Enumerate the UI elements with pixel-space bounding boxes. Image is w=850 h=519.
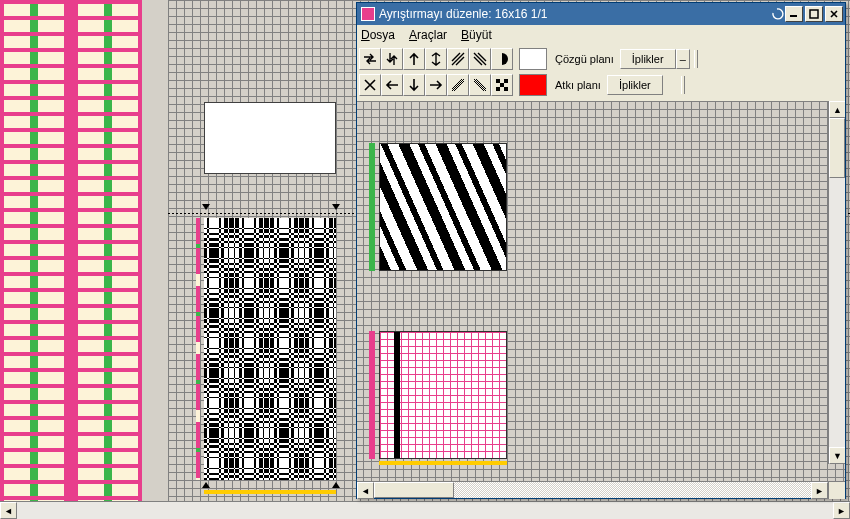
pattern-diag3-icon[interactable] — [447, 74, 469, 96]
menu-file[interactable]: Dosya — [361, 28, 395, 42]
editor-scroll-h-thumb[interactable] — [374, 482, 454, 498]
weave-preview — [0, 0, 168, 501]
v-stretch-icon[interactable] — [425, 48, 447, 70]
scroll-left-button[interactable]: ◄ — [0, 502, 17, 519]
svg-rect-1 — [810, 10, 818, 18]
editor-scroll-v-track[interactable] — [829, 118, 845, 447]
weft-indicator — [369, 331, 375, 459]
spiral-icon — [769, 7, 785, 21]
menu-zoom[interactable]: Büyüt — [461, 28, 492, 42]
weft-swatch[interactable] — [519, 74, 547, 96]
cross-icon[interactable] — [359, 74, 381, 96]
color-plan-block[interactable] — [379, 331, 507, 459]
weft-label: Atkı planı — [555, 79, 601, 91]
window-title: Ayrıştırmayı düzenle: 16x16 1/1 — [379, 7, 769, 21]
warp-color-bar — [204, 490, 336, 494]
warp-selection-strip — [379, 461, 507, 465]
threading-blank-block[interactable] — [204, 102, 336, 174]
editor-canvas[interactable]: ▲ ▼ — [357, 101, 845, 481]
svg-rect-4 — [500, 83, 504, 87]
editor-scroll-up-button[interactable]: ▲ — [829, 101, 845, 118]
marker-down-right — [332, 204, 340, 210]
swap-h-icon[interactable] — [359, 48, 381, 70]
svg-rect-5 — [496, 87, 500, 91]
warp-indicator — [369, 143, 375, 271]
weft-threads-button[interactable]: İplikler — [607, 75, 663, 95]
app-icon — [361, 7, 375, 21]
titlebar[interactable]: Ayrıştırmayı düzenle: 16x16 1/1 — [357, 3, 845, 25]
arrow-right-icon[interactable] — [425, 74, 447, 96]
menubar[interactable]: Dosya Araçlar Büyüt — [357, 25, 845, 45]
maximize-button[interactable] — [805, 6, 823, 22]
editor-scroll-v[interactable]: ▲ ▼ — [828, 101, 845, 464]
checker-icon[interactable] — [491, 74, 513, 96]
toolbar-gripper-2[interactable] — [681, 76, 685, 94]
svg-rect-2 — [496, 79, 500, 83]
scroll-right-button[interactable]: ► — [833, 502, 850, 519]
svg-rect-0 — [790, 15, 797, 17]
toolbar: Çözgü planı İplikler – — [357, 45, 845, 101]
drawdown-block[interactable] — [204, 218, 336, 480]
editor-scroll-left-button[interactable]: ◄ — [357, 482, 374, 499]
toolbar-row-warp: Çözgü planı İplikler – — [359, 47, 843, 71]
warp-swatch[interactable] — [519, 48, 547, 70]
pattern-diag1-icon[interactable] — [447, 48, 469, 70]
toolbar-gripper-1[interactable] — [694, 50, 698, 68]
menu-tools[interactable]: Araçlar — [409, 28, 447, 42]
minimize-button[interactable] — [785, 6, 803, 22]
weft-color-bar — [196, 218, 200, 480]
svg-rect-3 — [504, 79, 508, 83]
swap-v-icon[interactable] — [381, 48, 403, 70]
arrow-left-icon[interactable] — [381, 74, 403, 96]
scroll-track[interactable] — [17, 502, 833, 519]
decomposition-editor-window: Ayrıştırmayı düzenle: 16x16 1/1 Dosya Ar… — [356, 2, 846, 499]
tieup-pattern-block[interactable] — [379, 143, 507, 271]
editor-scroll-corner — [828, 482, 845, 499]
svg-rect-6 — [504, 87, 508, 91]
warp-label: Çözgü planı — [555, 53, 614, 65]
editor-scroll-h-track[interactable] — [374, 482, 811, 498]
warp-threads-button[interactable]: İplikler — [620, 49, 676, 69]
arrow-up-icon[interactable] — [403, 48, 425, 70]
half-circle-icon[interactable] — [491, 48, 513, 70]
editor-scroll-v-thumb[interactable] — [829, 118, 845, 178]
editor-scroll-right-button[interactable]: ► — [811, 482, 828, 499]
pattern-diag4-icon[interactable] — [469, 74, 491, 96]
toolbar-row-weft: Atkı planı İplikler — [359, 73, 843, 97]
editor-scroll-h[interactable]: ◄ ► — [357, 481, 845, 498]
arrow-down-icon[interactable] — [403, 74, 425, 96]
main-scrollbar[interactable]: ◄ ► — [0, 501, 850, 519]
pattern-diag2-icon[interactable] — [469, 48, 491, 70]
marker-up-right — [332, 482, 340, 488]
marker-down-left — [202, 204, 210, 210]
marker-up-left — [202, 482, 210, 488]
close-button[interactable] — [825, 6, 843, 22]
editor-scroll-down-button[interactable]: ▼ — [829, 447, 845, 464]
warp-dropdown-button[interactable]: – — [676, 49, 690, 69]
